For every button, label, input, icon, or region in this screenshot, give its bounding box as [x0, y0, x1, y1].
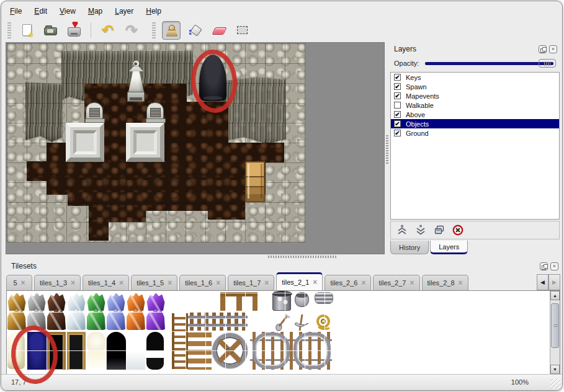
- scrollbar-up-button[interactable]: ▲: [550, 291, 560, 300]
- tile-crystal-blue[interactable]: [106, 309, 125, 330]
- tileset-tab-tiles_2_1-active[interactable]: tiles_2_1×: [276, 272, 323, 290]
- tile-crystal-orange[interactable]: [127, 292, 145, 311]
- undo-button[interactable]: ↶: [99, 21, 117, 40]
- tile-wood-beams[interactable]: [220, 292, 257, 311]
- tab-close-icon[interactable]: ×: [410, 279, 414, 287]
- layer-row-above[interactable]: ✔Above: [391, 110, 559, 119]
- tile-crystal-gray[interactable]: [27, 292, 46, 311]
- resize-grip[interactable]: [550, 378, 561, 389]
- opacity-slider-track[interactable]: [425, 62, 553, 65]
- tile-rail-straight[interactable]: [188, 312, 248, 331]
- tileset-tab-tiles_2_7[interactable]: tiles_2_7×: [373, 275, 419, 290]
- tile-black-arch-small[interactable]: [146, 332, 164, 350]
- tile-steel-coil[interactable]: [315, 292, 333, 304]
- tile-cream-mound[interactable]: [87, 332, 105, 350]
- tile-crystal-green[interactable]: [86, 309, 105, 330]
- layer-row-spawn[interactable]: ✔Spawn: [391, 82, 559, 91]
- tab-close-icon[interactable]: ×: [71, 279, 75, 287]
- tile-rail-loop[interactable]: [293, 332, 331, 369]
- scrollbar-thumb[interactable]: [551, 303, 559, 348]
- menu-edit[interactable]: Edit: [28, 5, 53, 17]
- opacity-slider-handle[interactable]: [539, 59, 556, 68]
- tab-layers-active[interactable]: Layers: [430, 241, 468, 254]
- tile-tools[interactable]: [272, 312, 334, 332]
- menu-map[interactable]: Map: [82, 5, 109, 17]
- tile-white-drift[interactable]: [126, 351, 145, 370]
- tileset-scrollbar[interactable]: ▲ ▼: [550, 291, 560, 374]
- new-file-button[interactable]: [17, 21, 36, 40]
- close-panel-icon[interactable]: ×: [549, 45, 557, 53]
- tile-crystal-gold[interactable]: [7, 292, 26, 311]
- tile-crystal-purple[interactable]: [146, 309, 165, 330]
- map-canvas[interactable]: [7, 43, 305, 243]
- checkbox-checked-icon[interactable]: ✔: [394, 74, 401, 81]
- tile-crystal-brown[interactable]: [47, 309, 66, 330]
- tile-black-pool[interactable]: [146, 358, 164, 370]
- tile-cream-drift[interactable]: [87, 351, 105, 370]
- scroll-tabs-left-button[interactable]: ◀: [537, 274, 548, 290]
- tile-crystal-ice[interactable]: [67, 292, 86, 311]
- tile-cart-wheel[interactable]: [212, 333, 248, 368]
- tile-crystal-green[interactable]: [87, 292, 105, 311]
- delete-layer-button[interactable]: [450, 223, 465, 238]
- tile-stone-pot[interactable]: [295, 292, 309, 307]
- tab-close-icon[interactable]: ×: [361, 279, 365, 287]
- tileset-tab-tiles_2_8[interactable]: tiles_2_8×: [422, 275, 468, 290]
- tile-crystal-brown[interactable]: [47, 292, 66, 311]
- checkbox-checked-icon[interactable]: ✔: [394, 92, 401, 99]
- scroll-tabs-right-button[interactable]: ▶: [548, 274, 560, 290]
- duplicate-layer-button[interactable]: [432, 223, 447, 238]
- tab-close-icon[interactable]: ×: [216, 279, 220, 287]
- tile-rail-loop[interactable]: [253, 332, 290, 369]
- eraser-tool-button[interactable]: [209, 21, 228, 40]
- tileset-canvas[interactable]: [7, 291, 550, 374]
- save-file-button[interactable]: [65, 21, 83, 40]
- layer-row-walkable[interactable]: Walkable: [391, 100, 559, 110]
- tile-crystal-purple[interactable]: [146, 292, 165, 311]
- tab-close-icon[interactable]: ×: [264, 279, 269, 287]
- scrollbar-down-button[interactable]: ▼: [550, 365, 560, 374]
- tileset-tab-tiles_1_6[interactable]: tiles_1_6×: [179, 275, 226, 290]
- tile-ladder[interactable]: [172, 313, 188, 369]
- toolbar-grip[interactable]: [7, 22, 11, 38]
- layer-row-mapevents[interactable]: ✔Mapevents: [391, 91, 559, 100]
- tile-door-frame-light[interactable]: [66, 332, 86, 370]
- menu-file[interactable]: File: [4, 5, 28, 17]
- tile-crystal-orange[interactable]: [126, 309, 145, 330]
- checkbox-checked-icon[interactable]: ✔: [394, 120, 401, 127]
- horizontal-splitter[interactable]: [4, 254, 561, 259]
- tab-close-icon[interactable]: ×: [119, 279, 123, 287]
- tileset-tab-tiles_2_6[interactable]: tiles_2_6×: [325, 275, 371, 290]
- layer-row-ground[interactable]: ✔Ground: [391, 128, 559, 138]
- close-panel-icon[interactable]: ×: [550, 262, 558, 270]
- tileset-tab-tiles_1_7[interactable]: tiles_1_7×: [228, 275, 274, 290]
- tile-crystal-blue[interactable]: [107, 292, 125, 311]
- layer-row-objects-selected[interactable]: ✔Objects: [391, 119, 559, 128]
- tile-crystal-gold[interactable]: [7, 309, 26, 330]
- tile-black-arch[interactable]: [106, 332, 126, 370]
- tile-door-frame-dark[interactable]: [47, 332, 66, 370]
- checkbox-checked-icon[interactable]: ✔: [394, 83, 401, 90]
- menu-view[interactable]: View: [53, 5, 82, 17]
- redo-button[interactable]: ↷: [122, 21, 141, 40]
- tab-close-icon[interactable]: ×: [459, 279, 463, 287]
- tileset-tab-tiles_1_3[interactable]: tiles_1_3×: [34, 275, 81, 290]
- fill-tool-button[interactable]: [186, 21, 204, 40]
- move-layer-down-button[interactable]: [413, 223, 428, 238]
- float-panel-icon[interactable]: [540, 262, 548, 270]
- tab-close-icon[interactable]: ×: [168, 279, 172, 287]
- tile-dark-blue-door-selected[interactable]: [27, 332, 47, 370]
- menu-layer[interactable]: Layer: [109, 5, 140, 17]
- float-panel-icon[interactable]: [539, 45, 547, 53]
- tab-history[interactable]: History: [390, 241, 429, 254]
- layer-row-keys[interactable]: ✔Keys: [391, 73, 559, 82]
- tileset-tab-5[interactable]: 5×: [6, 275, 32, 290]
- tileset-tab-tiles_1_4[interactable]: tiles_1_4×: [83, 275, 129, 290]
- tile-wood-planks[interactable]: [188, 332, 212, 370]
- tab-close-icon[interactable]: ×: [313, 278, 317, 286]
- menu-help[interactable]: Help: [140, 5, 168, 17]
- checkbox-checked-icon[interactable]: ✔: [394, 111, 401, 118]
- tile-barrel-skulls[interactable]: [272, 292, 291, 311]
- move-layer-up-button[interactable]: [395, 223, 410, 238]
- tab-close-icon[interactable]: ×: [21, 279, 25, 287]
